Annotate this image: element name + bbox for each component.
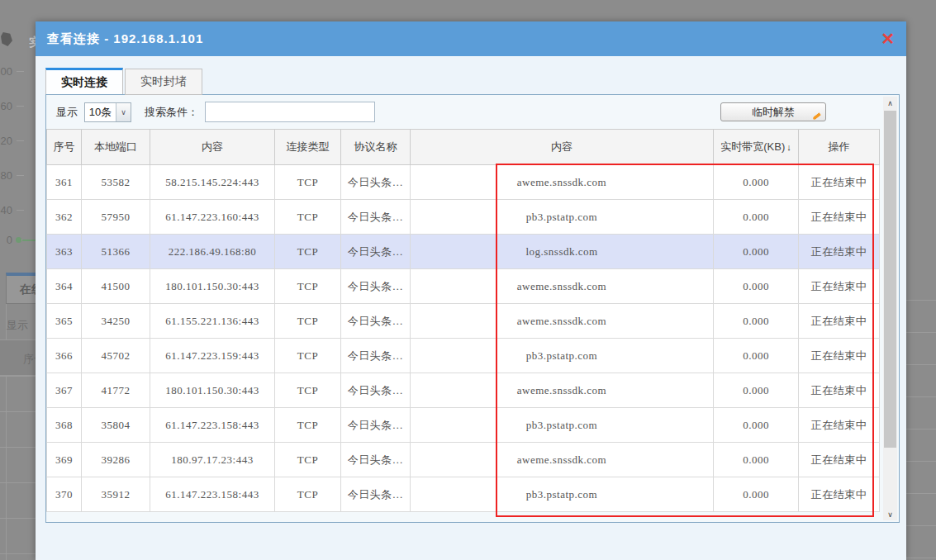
- cell: 今日头条…: [341, 165, 411, 200]
- scroll-thumb[interactable]: [884, 111, 896, 448]
- col-seq[interactable]: 序号: [47, 130, 82, 165]
- background-axis-tick: [17, 175, 24, 176]
- table-row[interactable]: 3625795061.147.223.160:443TCP今日头条…pb3.ps…: [47, 200, 880, 235]
- connections-table: 序号 本地端口 内容 连接类型 协议名称 内容 实时带宽(KB)↓ 操作 361…: [46, 129, 880, 512]
- chevron-down-icon[interactable]: ∨: [116, 103, 131, 121]
- cell: 0.000: [714, 443, 799, 477]
- background-show-label: 显示: [7, 318, 28, 333]
- background-chart-line: [22, 240, 36, 241]
- search-input[interactable]: [205, 102, 375, 122]
- temporary-unblock-button[interactable]: 临时解禁: [720, 102, 826, 121]
- cell: TCP: [275, 477, 341, 512]
- background-axis-label: 40: [0, 204, 12, 216]
- scroll-up-icon[interactable]: ∧: [883, 97, 897, 109]
- cell: 369: [47, 443, 82, 477]
- cell: log.snssdk.com: [411, 235, 714, 269]
- col-content-domain[interactable]: 内容: [411, 130, 714, 165]
- cell: 今日头条…: [341, 408, 411, 443]
- table-row[interactable]: 3653425061.155.221.136:443TCP今日头条…aweme.…: [47, 304, 880, 339]
- dialog-titlebar[interactable]: 查看连接 - 192.168.1.101 ✕: [36, 21, 906, 56]
- col-content-ip[interactable]: 内容: [150, 130, 275, 165]
- cell: 180.101.150.30:443: [150, 373, 275, 408]
- col-protocol[interactable]: 协议名称: [341, 130, 411, 165]
- cell: 今日头条…: [341, 304, 411, 339]
- dialog-body: 实时连接 实时封堵 显示 10条 ∨ 搜索条件： 临时解禁: [36, 56, 906, 560]
- cell: 正在结束中: [799, 269, 880, 304]
- close-icon[interactable]: ✕: [881, 31, 895, 47]
- cell: 365: [47, 304, 82, 339]
- background-row-line: [906, 493, 936, 494]
- cell: 39286: [82, 443, 150, 477]
- table-row[interactable]: 3615358258.215.145.224:443TCP今日头条…aweme.…: [47, 165, 880, 200]
- cell: 53582: [82, 165, 150, 200]
- tab-realtime-connections[interactable]: 实时连接: [45, 68, 123, 94]
- view-connections-dialog: 查看连接 - 192.168.1.101 ✕ 实时连接 实时封堵 显示 10条 …: [36, 21, 906, 560]
- cell: 367: [47, 373, 82, 408]
- cell: 61.147.223.159:443: [150, 339, 275, 373]
- table-row[interactable]: 3664570261.147.223.159:443TCP今日头条…pb3.ps…: [47, 339, 880, 373]
- background-row-line: [906, 461, 936, 462]
- col-bandwidth[interactable]: 实时带宽(KB)↓: [714, 130, 799, 165]
- cell: 正在结束中: [799, 235, 880, 269]
- col-action[interactable]: 操作: [799, 130, 880, 165]
- col-local-port[interactable]: 本地端口: [82, 130, 150, 165]
- cell: 61.147.223.158:443: [150, 477, 275, 512]
- table-row[interactable]: 3683580461.147.223.158:443TCP今日头条…pb3.ps…: [47, 408, 880, 443]
- cell: 正在结束中: [799, 373, 880, 408]
- cell: 35912: [82, 477, 150, 512]
- background-row-line: [0, 411, 36, 412]
- cell: 57950: [82, 200, 150, 235]
- table-controls: 显示 10条 ∨ 搜索条件： 临时解禁: [46, 95, 899, 129]
- cell: pb3.pstatp.com: [411, 408, 714, 443]
- table-header-row: 序号 本地端口 内容 连接类型 协议名称 内容 实时带宽(KB)↓ 操作: [47, 130, 880, 165]
- cell: 35804: [82, 408, 150, 443]
- cell: 今日头条…: [341, 339, 411, 373]
- cell: 0.000: [714, 269, 799, 304]
- table-row[interactable]: 36741772180.101.150.30:443TCP今日头条…aweme.…: [47, 373, 880, 408]
- background-app-icon: [1, 32, 12, 46]
- background-row-line: [906, 300, 936, 301]
- cell: 0.000: [714, 408, 799, 443]
- cell: 正在结束中: [799, 165, 880, 200]
- scroll-down-icon[interactable]: ∨: [883, 508, 897, 520]
- cell: aweme.snssdk.com: [411, 165, 714, 200]
- sort-desc-icon: ↓: [786, 142, 791, 152]
- pencil-icon: [812, 112, 821, 121]
- cell: 今日头条…: [341, 269, 411, 304]
- dialog-title: 查看连接 - 192.168.1.101: [47, 31, 203, 47]
- cell: 今日头条…: [341, 235, 411, 269]
- cell: 正在结束中: [799, 304, 880, 339]
- background-chart-point: [16, 237, 21, 243]
- cell: aweme.snssdk.com: [411, 443, 714, 477]
- cell: 363: [47, 235, 82, 269]
- background-axis-tick: [17, 106, 24, 107]
- tab-realtime-blocking[interactable]: 实时封堵: [125, 69, 202, 95]
- table-row[interactable]: 36351366222.186.49.168:80TCP今日头条…log.sns…: [47, 235, 880, 269]
- table-row[interactable]: 36441500180.101.150.30:443TCP今日头条…aweme.…: [47, 269, 880, 304]
- cell: 0.000: [714, 165, 799, 200]
- background-axis-tick: [17, 210, 24, 211]
- background-row-line: [906, 558, 936, 558]
- cell: 364: [47, 269, 82, 304]
- cell: 180.101.150.30:443: [150, 269, 275, 304]
- background-row-line: [0, 482, 36, 483]
- cell: 366: [47, 339, 82, 373]
- table-row[interactable]: 3703591261.147.223.158:443TCP今日头条…pb3.ps…: [47, 477, 880, 512]
- cell: pb3.pstatp.com: [411, 477, 714, 512]
- cell: 61.147.223.160:443: [150, 200, 275, 235]
- cell: TCP: [275, 408, 341, 443]
- background-table-header: 序号: [0, 339, 36, 376]
- cell: 0.000: [714, 304, 799, 339]
- page-size-select[interactable]: 10条 ∨: [84, 102, 131, 122]
- vertical-scrollbar[interactable]: ∧ ∨: [883, 97, 897, 520]
- cell: 368: [47, 408, 82, 443]
- background-row-line: [906, 332, 936, 333]
- col-conn-type[interactable]: 连接类型: [275, 130, 341, 165]
- search-label: 搜索条件：: [145, 105, 198, 120]
- background-row-line: [906, 364, 936, 365]
- cell: 58.215.145.224:443: [150, 165, 275, 200]
- table-row[interactable]: 36939286180.97.17.23:443TCP今日头条…aweme.sn…: [47, 443, 880, 477]
- background-row-line: [0, 376, 36, 377]
- cell: 61.147.223.158:443: [150, 408, 275, 443]
- cell: 今日头条…: [341, 443, 411, 477]
